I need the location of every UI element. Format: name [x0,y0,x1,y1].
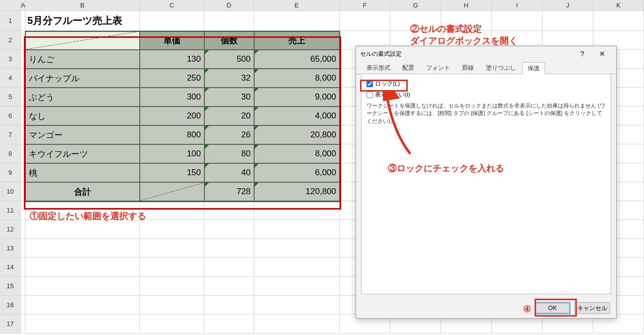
cell-B10-total[interactable]: 合計 [25,182,140,201]
row-header-9[interactable]: 9 [0,163,21,182]
col-header-J[interactable]: J [543,0,593,10]
cell-C2-hdr[interactable]: 単価 [140,31,204,50]
tab-protection[interactable]: 保護 [522,62,545,74]
row-header-12[interactable]: 12 [0,220,21,239]
cell-C10-diag[interactable] [140,182,204,201]
cell-D3[interactable]: 500 [204,50,254,69]
cell-D10[interactable]: 728 [204,182,254,201]
cell-B3[interactable]: りんご [25,50,140,69]
format-cells-dialog: セルの書式設定 ? ✕ 表示形式 配置 フォント 罫線 塗りつぶし 保護 ロック… [356,46,617,319]
cell-B1-title[interactable]: 5月分フルーツ売上表 [25,11,140,31]
cell-E5[interactable]: 9,000 [254,88,340,107]
row-header-15[interactable]: 15 [0,277,21,296]
row-header-1[interactable]: 1 [0,11,21,31]
lock-checkbox[interactable] [367,81,373,87]
col-header-I[interactable]: I [492,0,543,10]
cell-K1[interactable] [593,11,644,31]
cell-D4[interactable]: 32 [204,69,254,88]
cell-E6[interactable]: 4,000 [254,107,340,125]
cell-B7[interactable]: マンゴー [25,125,140,144]
col-header-B[interactable]: B [25,0,140,10]
col-header-E[interactable]: E [254,0,340,10]
dialog-footer: OK キャンセル [356,298,616,318]
cell-D5[interactable]: 30 [204,88,254,107]
cell-B4[interactable]: パイナップル [25,69,140,88]
tab-alignment[interactable]: 配置 [397,62,420,74]
cell-C9[interactable]: 150 [140,163,204,182]
dialog-tabs: 表示形式 配置 フォント 罫線 塗りつぶし 保護 [356,61,616,74]
col-header-G[interactable]: G [390,0,441,10]
row-header-4[interactable]: 4 [0,69,21,88]
row-header-6[interactable]: 6 [0,107,21,125]
ok-button[interactable]: OK [535,302,570,314]
row-header-13[interactable]: 13 [0,239,21,258]
cell-F1[interactable] [340,11,390,31]
cell-B5[interactable]: ぶどう [25,88,140,107]
row-header-7[interactable]: 7 [0,125,21,144]
cell-D6[interactable]: 20 [204,107,254,125]
close-button[interactable]: ✕ [592,46,612,61]
tab-font[interactable]: フォント [421,62,456,74]
cell-C4[interactable]: 250 [140,69,204,88]
cell-A1[interactable] [21,11,25,31]
col-header-K[interactable]: K [593,0,644,10]
select-all-corner[interactable] [0,0,21,10]
cell-C5[interactable]: 300 [140,88,204,107]
cell-B9[interactable]: 桃 [25,163,140,182]
row-header-8[interactable]: 8 [0,144,21,163]
cell-D2-hdr[interactable]: 個数 [204,31,254,50]
row-header-16[interactable]: 16 [0,296,21,315]
tab-border[interactable]: 罫線 [457,62,479,74]
cell-G1[interactable] [390,11,441,31]
cell-I1[interactable] [492,11,543,31]
dialog-titlebar[interactable]: セルの書式設定 ? ✕ [356,46,616,61]
cell-B8[interactable]: キウイフルーツ [25,144,140,163]
col-header-D[interactable]: D [204,0,254,10]
cell-E2-hdr[interactable]: 売上 [254,31,340,50]
col-header-F[interactable]: F [340,0,390,10]
cell-C1[interactable] [140,11,204,31]
cell-D1[interactable] [204,11,254,31]
hide-checkbox[interactable] [367,92,373,98]
cell-D7[interactable]: 26 [204,125,254,144]
row-header-5[interactable]: 5 [0,88,21,107]
close-icon: ✕ [599,50,605,58]
cell-C8[interactable]: 100 [140,144,204,163]
cell-E9[interactable]: 6,000 [254,163,340,182]
row-1: 1 5月分フルーツ売上表 [0,11,644,31]
cell-E4[interactable]: 8,000 [254,69,340,88]
cell-C7[interactable]: 800 [140,125,204,144]
cell-E10[interactable]: 120,800 [254,182,340,201]
help-button[interactable]: ? [572,46,592,61]
dialog-body: ロック(L) 表示しない(I) ワークシートを保護しなければ、セルをロックまたは… [361,74,611,294]
tab-fill[interactable]: 塗りつぶし [480,62,521,74]
col-header-C[interactable]: C [140,0,204,10]
row-header-2[interactable]: 2 [0,31,21,50]
cell-D9[interactable]: 40 [204,163,254,182]
cell-B6[interactable]: なし [25,107,140,125]
cell-E3[interactable]: 65,000 [254,50,340,69]
help-icon: ? [580,50,584,58]
column-headers: A B C D E F G H I J K [0,0,644,11]
cell-A3[interactable] [21,50,25,69]
cell-E1[interactable] [254,11,340,31]
row-header-10[interactable]: 10 [0,182,21,201]
row-header-11[interactable]: 11 [0,201,21,220]
row-header-17[interactable]: 17 [0,315,21,334]
cell-C3[interactable]: 130 [140,50,204,69]
cell-E7[interactable]: 20,800 [254,125,340,144]
cancel-button[interactable]: キャンセル [574,302,610,314]
col-header-A[interactable]: A [21,0,25,10]
cell-B2-corner[interactable] [25,31,140,50]
cell-H1[interactable] [441,11,492,31]
cell-C6[interactable]: 200 [140,107,204,125]
row-header-3[interactable]: 3 [0,50,21,69]
row-header-14[interactable]: 14 [0,258,21,277]
cell-A2[interactable] [21,31,25,50]
cell-J1[interactable] [543,11,593,31]
cell-D8[interactable]: 80 [204,144,254,163]
tab-number[interactable]: 表示形式 [361,62,396,74]
col-header-H[interactable]: H [441,0,492,10]
cell-E8[interactable]: 8,000 [254,144,340,163]
lock-label: ロック(L) [375,80,400,88]
